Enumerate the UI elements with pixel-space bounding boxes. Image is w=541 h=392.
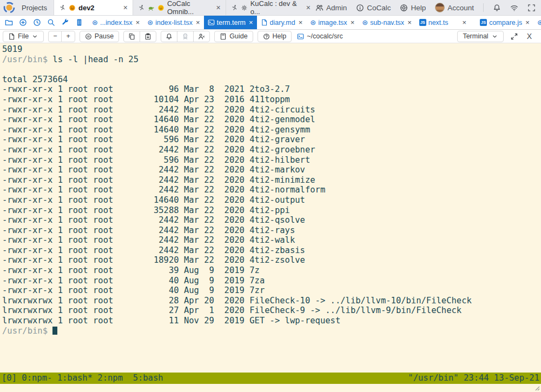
terminal-scrollback-line: 5019 (2, 44, 541, 55)
terminal-icon (297, 33, 304, 40)
close-icon[interactable]: × (351, 18, 355, 26)
admin-label: Admin (326, 4, 347, 12)
projects-button[interactable]: Projects (19, 0, 54, 15)
avatar (435, 3, 445, 12)
bell-icon (166, 33, 173, 40)
wrench-icon[interactable] (61, 18, 69, 26)
file-tab-compare-js[interactable]: JS compare.js × (476, 16, 533, 29)
close-frame-button[interactable]: X (525, 32, 534, 41)
file-tab-sub-nav[interactable]: ⊛ sub-nav.tsx × (358, 16, 415, 29)
turtle-icon (148, 4, 155, 11)
question-circle-icon (263, 33, 270, 40)
project-tab-kucalc[interactable]: KuCalc : dev & o... × (226, 0, 315, 15)
terminal-frame[interactable]: 5019 /usr/bin$ ls -l |head -n 25 total 2… (0, 43, 541, 392)
close-icon[interactable]: × (216, 3, 220, 12)
running-icon (59, 4, 66, 11)
terminal-ls-listing: total 2573664 -rwxr-xr-x 1 root root 96 … (2, 75, 541, 326)
close-icon[interactable]: × (136, 18, 140, 26)
help-label: Help (411, 4, 426, 12)
chevron-down-icon (491, 33, 498, 40)
tmux-windows-list[interactable]: [0] 0:npm- 1:bash* 2:npm 5:bash (2, 373, 163, 383)
zoom-in-button[interactable]: + (61, 31, 75, 42)
javascript-icon: JS (480, 19, 487, 26)
new-file-icon[interactable] (19, 18, 27, 26)
user-x-icon (198, 33, 205, 40)
guide-button[interactable]: Guide (214, 31, 253, 42)
file-icon (8, 33, 15, 40)
file-tab-term-term-active[interactable]: term.term × (204, 16, 257, 29)
zoom-out-button[interactable]: − (48, 31, 62, 42)
toolbar-help-button[interactable]: Help (258, 31, 292, 42)
tmux-status-bar: [0] 0:npm- 1:bash* 2:npm 5:bash "/usr/bi… (0, 373, 541, 384)
terminal-type-dropdown[interactable]: Terminal (457, 31, 503, 42)
gear-icon (241, 4, 248, 11)
search-icon[interactable] (47, 18, 55, 26)
paste-button[interactable] (140, 31, 156, 42)
close-icon[interactable]: × (123, 3, 128, 12)
cocalc-app: Projects dev2 × (0, 0, 541, 392)
terminal-output: 5019 /usr/bin$ ls -l |head -n 25 total 2… (0, 43, 541, 336)
project-tab-cocalc-omnibus[interactable]: CoCalc Omnib... × (133, 0, 226, 15)
file-menu-button[interactable]: File (3, 31, 44, 42)
running-icon (231, 4, 238, 11)
tmux-session-info: "/usr/bin" 23:44 13-Sep-21 (408, 373, 539, 383)
toolbar-right-cluster: Terminal X (457, 31, 538, 42)
terminal-current-prompt-line: /usr/bin$ (2, 326, 541, 336)
close-icon[interactable]: × (525, 18, 530, 26)
files-folder-icon[interactable] (5, 18, 13, 26)
admin-button[interactable]: Admin (315, 4, 347, 12)
cocalc-logo[interactable] (0, 0, 19, 15)
project-tab-label: CoCalc Omnib... (167, 0, 213, 16)
smiley-icon (69, 4, 76, 11)
pause-button[interactable]: Pause (80, 31, 119, 42)
connection-wifi-icon[interactable] (510, 4, 518, 12)
terminal-prompt: /usr/bin$ (2, 55, 48, 64)
account-label: Account (447, 4, 474, 12)
clipboard-group (123, 31, 156, 42)
terminal-prompt: /usr/bin$ (2, 326, 48, 336)
file-tab-index-tsx-1[interactable]: ⊛ ...index.tsx × (88, 16, 143, 29)
fullscreen-icon[interactable] (527, 4, 536, 12)
copy-button[interactable] (123, 31, 140, 42)
kill-process-button[interactable] (177, 31, 194, 42)
expand-frame-icon[interactable] (510, 32, 518, 41)
project-tab-dev2[interactable]: dev2 × (54, 0, 133, 15)
cocalc-info-button[interactable]: CoCalc (356, 4, 391, 12)
cocalc-label: CoCalc (367, 4, 391, 12)
init-script-bell-button[interactable] (161, 31, 177, 42)
terminal-toolbar: File − + Pause (0, 30, 541, 43)
account-button[interactable]: Account (435, 3, 474, 12)
help-button[interactable]: Help (400, 4, 426, 12)
file-actions (0, 16, 88, 29)
kick-users-button[interactable] (193, 31, 210, 42)
servers-icon[interactable] (75, 18, 83, 26)
close-icon[interactable]: × (249, 18, 253, 26)
file-tab-compare-tsx[interactable]: ⊛ compare.tsx × (533, 16, 541, 29)
history-icon[interactable] (33, 18, 41, 26)
react-icon: ⊛ (147, 19, 153, 26)
file-tab-next-ts[interactable]: JS next.ts × (415, 16, 476, 29)
react-icon: ⊛ (92, 19, 98, 26)
guide-doc-icon (220, 33, 227, 40)
close-icon[interactable]: × (407, 18, 412, 26)
file-tab-image-tsx[interactable]: ⊛ image.tsx × (306, 16, 358, 29)
file-tab-bar: ⊛ ...index.tsx × ⊛ index-list.tsx × term… (0, 16, 541, 30)
pause-circle-icon (85, 33, 92, 40)
terminal-cursor (52, 327, 57, 335)
markdown-file-icon (261, 19, 268, 26)
typescript-icon: JS (419, 19, 426, 26)
project-tab-label: dev2 (78, 4, 95, 12)
close-icon[interactable]: × (463, 18, 467, 26)
react-icon: ⊛ (310, 19, 316, 26)
file-tab-index-list[interactable]: ⊛ index-list.tsx × (143, 16, 203, 29)
divider (483, 3, 484, 12)
close-icon[interactable]: × (196, 18, 200, 26)
users-icon (315, 4, 324, 12)
close-icon[interactable]: × (306, 3, 311, 12)
resize-handle-icon[interactable] (534, 385, 540, 391)
skull-icon (182, 33, 189, 40)
notifications-bell-icon[interactable] (493, 4, 501, 12)
zoom-group: − + (48, 31, 75, 42)
file-tab-diary-md[interactable]: diary.md × (257, 16, 307, 29)
close-icon[interactable]: × (299, 18, 303, 26)
